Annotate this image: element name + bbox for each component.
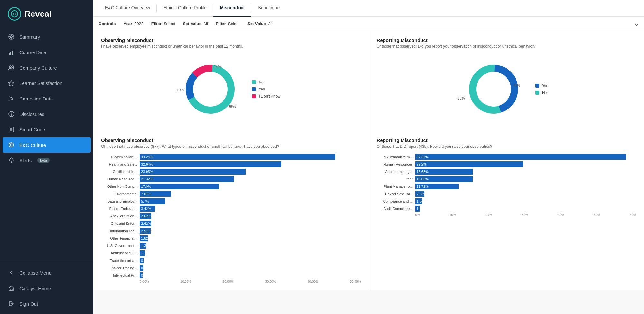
svg-rect-11	[14, 50, 14, 55]
setvalue2-label: Set Value	[247, 21, 266, 26]
control-group-filter1[interactable]: Filter Select	[151, 21, 175, 26]
svg-text:C: C	[13, 12, 16, 16]
table-row: Conflicts of In...23.95%	[101, 169, 361, 175]
donut-label-yes: 19%	[177, 88, 184, 92]
legend-yes2: Yes	[535, 83, 548, 88]
panel-observing-misconduct-top: Observing Misconduct I have observed emp…	[93, 31, 369, 131]
setvalue1-label: Set Value	[183, 21, 202, 26]
legend-no: No	[252, 80, 280, 84]
legend-no2-dot	[535, 91, 539, 95]
panel-reporting-misconduct-bar: Reporting Misconduct Of those that DID r…	[369, 131, 644, 290]
controls-expand-icon[interactable]: ⌄	[634, 20, 639, 27]
company-culture-icon	[8, 64, 15, 71]
donut-label-idontknow: 14%	[214, 65, 221, 69]
table-row: Intellectual Pr...0.68%	[101, 272, 361, 278]
control-group-controls: Controls	[99, 21, 116, 26]
control-group-year[interactable]: Year 2022	[123, 21, 143, 26]
sidebar-bottom: Collapse Menu Catalyst Home Sign Out	[0, 262, 93, 314]
svg-rect-9	[10, 52, 11, 55]
sidebar-item-company-culture[interactable]: Company Culture	[0, 60, 93, 75]
table-row: Data and Employ...5.7%	[101, 198, 361, 204]
donut-label-no2: 55%	[458, 96, 465, 100]
rep-bar-axis: 0%10%20%30%40%50%60%	[377, 213, 637, 217]
reporting-misconduct-subtitle: Of those that observed: Did you report y…	[377, 44, 637, 49]
svg-point-13	[12, 66, 14, 68]
table-row: Health and Safety32.04%	[101, 161, 361, 167]
control-group-setvalue1[interactable]: Set Value All	[183, 21, 208, 26]
content-area: Observing Misconduct I have observed emp…	[93, 31, 644, 314]
svg-marker-14	[9, 81, 14, 86]
table-row: Plant Manager o...11.72%	[377, 184, 637, 189]
table-row: Compliance and ...1.84%	[377, 198, 637, 204]
obs-bar-subtitle: Of those that have observed (877): What …	[101, 144, 361, 149]
sidebar-item-smart-code[interactable]: Smart Code	[0, 122, 93, 137]
svg-point-12	[9, 66, 11, 68]
sidebar-item-collapse-menu[interactable]: Collapse Menu	[0, 265, 93, 281]
sidebar-item-label: Campaign Data	[19, 96, 53, 101]
top-panels-row: Observing Misconduct I have observed emp…	[93, 31, 644, 131]
rep-bar-subtitle: Of those that DID report (435): How did …	[377, 144, 637, 149]
control-group-setvalue2[interactable]: Set Value All	[247, 21, 272, 26]
alerts-icon	[8, 157, 15, 164]
tab-enc-culture-overview[interactable]: E&C Culture Overview	[99, 0, 156, 17]
control-group-filter2[interactable]: Filter Select	[216, 21, 240, 26]
reporting-bar-chart: My immediate m...57.24%Human Resources29…	[377, 154, 637, 212]
legend-yes2-dot	[535, 84, 539, 88]
svg-point-3	[10, 36, 12, 38]
table-row: Other Financial...1.82%	[101, 235, 361, 241]
table-row: Other15.63%	[377, 176, 637, 182]
legend-idk: I Don't Know	[252, 94, 280, 99]
table-row: My immediate m...57.24%	[377, 154, 637, 160]
sidebar-item-alerts[interactable]: Alerts beta	[0, 153, 93, 168]
table-row: Information Tec...2.51%	[101, 228, 361, 234]
table-row: Gifts and Enter...2.62%	[101, 221, 361, 226]
donut-label-yes2: 45%	[513, 83, 520, 87]
table-row: Anti-Corruption...2.62%	[101, 213, 361, 219]
sidebar-item-learner-satisfaction[interactable]: Learner Satisfaction	[0, 75, 93, 91]
donut-label-no: 68%	[229, 104, 236, 108]
legend-no2: No	[535, 90, 548, 95]
table-row: Other Non-Comp...17.9%	[101, 184, 361, 189]
svg-rect-8	[9, 53, 10, 55]
campaign-data-icon	[8, 95, 15, 102]
table-row: Human Resources29.2%	[377, 161, 637, 167]
sidebar-item-label: Disclosures	[19, 111, 44, 117]
obs-bar-title: Observing Misconduct	[101, 138, 361, 143]
table-row: Another manager15.63%	[377, 169, 637, 175]
setvalue1-value: All	[204, 21, 208, 26]
setvalue2-value: All	[268, 21, 272, 26]
smart-code-icon	[8, 126, 15, 133]
panel-reporting-misconduct-top: Reporting Misconduct Of those that obser…	[369, 31, 644, 131]
alerts-badge: beta	[37, 158, 49, 163]
tab-ethical-culture-profile[interactable]: Ethical Culture Profile	[157, 0, 213, 17]
sidebar-item-enc-culture[interactable]: E&C Culture	[3, 137, 91, 153]
sidebar-item-summary[interactable]: Summary	[0, 29, 93, 44]
bottom-panels-row: Observing Misconduct Of those that have …	[93, 131, 644, 290]
svg-point-25	[11, 162, 12, 163]
sidebar-item-label: Learner Satisfaction	[19, 81, 62, 86]
sidebar-item-disclosures[interactable]: Disclosures	[0, 106, 93, 122]
table-row: Audit Committee...1.15%	[377, 206, 637, 212]
learner-satisfaction-icon	[8, 80, 15, 87]
sidebar-item-course-data[interactable]: Course Data	[0, 44, 93, 60]
year-value: 2022	[134, 21, 144, 26]
sidebar-item-label: Summary	[19, 34, 40, 40]
collapse-menu-icon	[8, 269, 15, 276]
filter1-value: Select	[164, 21, 175, 26]
sidebar-item-sign-out[interactable]: Sign Out	[0, 296, 93, 311]
disclosures-icon	[8, 110, 15, 118]
tab-benchmark[interactable]: Benchmark	[251, 0, 287, 17]
sidebar-item-catalyst-home[interactable]: Catalyst Home	[0, 281, 93, 296]
sidebar-item-label: Company Culture	[19, 65, 57, 71]
sidebar: C Reveal Summary Course Data Company Cul…	[0, 0, 93, 314]
sidebar-item-campaign-data[interactable]: Campaign Data	[0, 91, 93, 106]
controls-label: Controls	[99, 21, 116, 26]
filter2-label: Filter	[216, 21, 226, 26]
logo-icon: C	[8, 7, 21, 21]
tab-misconduct[interactable]: Misconduct	[213, 0, 251, 17]
reporting-donut-container: 45% 55% Yes No	[377, 54, 637, 125]
legend-no-dot	[252, 80, 256, 84]
sidebar-item-label: Sign Out	[19, 301, 38, 307]
main-content: E&C Culture Overview Ethical Culture Pro…	[93, 0, 644, 314]
course-data-icon	[8, 49, 15, 56]
